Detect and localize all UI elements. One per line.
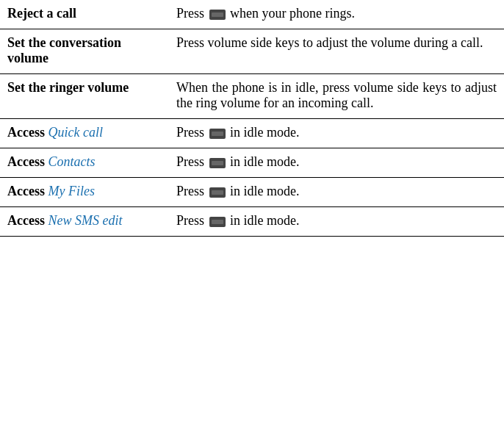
table-row: Reject a call Press when your phone ring…	[0, 0, 504, 29]
desc-cell: When the phone is in idle, press volume …	[169, 74, 504, 119]
action-prefix: Access	[7, 213, 48, 228]
action-prefix: Access	[7, 154, 48, 169]
desc-cell: Press in idle mode.	[169, 148, 504, 178]
idle-icon	[209, 158, 226, 168]
desc-cell: Press in idle mode.	[169, 207, 504, 237]
contacts-link[interactable]: Contacts	[48, 154, 95, 169]
table-row: Access Contacts Press in idle mode.	[0, 148, 504, 178]
idle-icon	[209, 129, 226, 139]
table-row: Access My Files Press in idle mode.	[0, 178, 504, 207]
table-row: Set the conversation volume Press volume…	[0, 29, 504, 74]
action-cell: Access Contacts	[0, 148, 169, 178]
desc-cell: Press when your phone rings.	[169, 0, 504, 29]
desc-text: When the phone is in idle, press volume …	[176, 80, 497, 110]
action-label: Reject a call	[7, 6, 76, 21]
quick-call-link[interactable]: Quick call	[48, 125, 102, 140]
action-cell: Access New SMS edit	[0, 207, 169, 237]
action-cell: Set the conversation volume	[0, 29, 169, 74]
main-table-container: Reject a call Press when your phone ring…	[0, 0, 504, 237]
action-cell: Reject a call	[0, 0, 169, 29]
desc-cell: Press in idle mode.	[169, 178, 504, 207]
table-row: Set the ringer volume When the phone is …	[0, 74, 504, 119]
idle-icon	[209, 217, 226, 227]
desc-cell: Press volume side keys to adjust the vol…	[169, 29, 504, 74]
desc-text: Press in idle mode.	[176, 213, 300, 228]
table-row: Access Quick call Press in idle mode.	[0, 119, 504, 148]
desc-text: Press when your phone rings.	[176, 6, 355, 21]
idle-icon	[209, 187, 226, 198]
desc-text: Press volume side keys to adjust the vol…	[176, 35, 483, 50]
action-prefix: Access	[7, 184, 48, 198]
desc-text: Press in idle mode.	[176, 184, 300, 198]
phone-reject-icon	[209, 10, 226, 20]
desc-text: Press in idle mode.	[176, 125, 300, 140]
action-prefix: Access	[7, 125, 48, 140]
reference-table: Reject a call Press when your phone ring…	[0, 0, 504, 237]
desc-cell: Press in idle mode.	[169, 119, 504, 148]
table-row: Access New SMS edit Press in idle mode.	[0, 207, 504, 237]
new-sms-link[interactable]: New SMS edit	[48, 213, 122, 228]
action-cell: Set the ringer volume	[0, 74, 169, 119]
action-cell: Access My Files	[0, 178, 169, 207]
action-label: Set the ringer volume	[7, 80, 129, 95]
action-cell: Access Quick call	[0, 119, 169, 148]
my-files-link[interactable]: My Files	[48, 184, 94, 198]
desc-text: Press in idle mode.	[176, 154, 300, 169]
action-label: Set the conversation volume	[7, 35, 121, 65]
